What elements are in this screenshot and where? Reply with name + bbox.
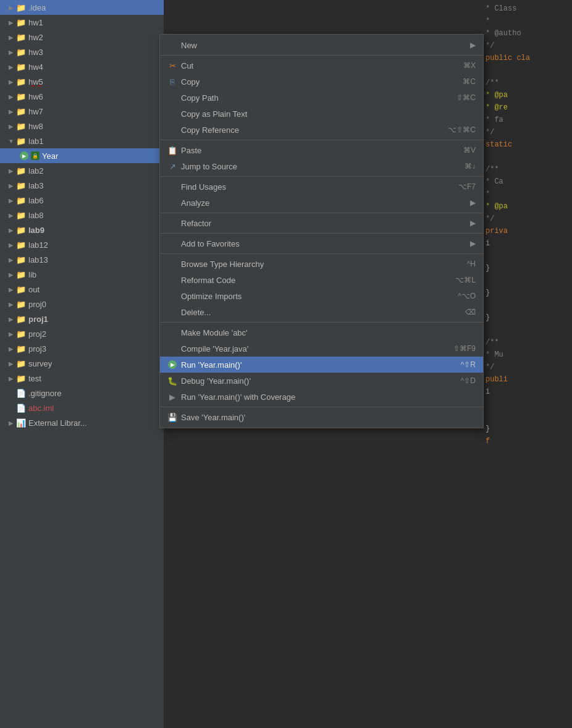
sidebar-item-lab12[interactable]: ▶ 📁 lab12 (0, 237, 164, 252)
menu-item-copy-ref[interactable]: Copy Reference ⌥⇧⌘C (160, 122, 483, 138)
shortcut-label: ^⌥O (458, 292, 476, 300)
sidebar-item-label: test (28, 374, 41, 383)
sidebar-item-lab3[interactable]: ▶ 📁 lab3 (0, 178, 164, 193)
menu-separator (160, 322, 483, 323)
code-line: } (486, 311, 568, 324)
code-line: * @pa (486, 89, 568, 101)
sidebar-item-lib[interactable]: ▶ 📁 lib (0, 267, 164, 282)
sidebar-item-out[interactable]: ▶ 📁 out (0, 282, 164, 297)
sidebar-item-proj3[interactable]: ▶ 📁 proj3 (0, 341, 164, 356)
arrow-icon: ▶ (7, 93, 15, 100)
code-line: f (486, 435, 568, 447)
scissors-icon: ✂ (167, 61, 177, 70)
sidebar-item-year[interactable]: ▶ 🔒 Year (0, 148, 164, 163)
sidebar-item-lab6[interactable]: ▶ 📁 lab6 (0, 193, 164, 208)
sidebar-item-label: hw1 (28, 18, 43, 27)
sidebar-item-external-lib[interactable]: ▶ 📊 External Librar... (0, 415, 164, 430)
sidebar-item-hw4[interactable]: ▶ 📁 hw4 (0, 59, 164, 74)
menu-item-optimize[interactable]: Optimize Imports ^⌥O (160, 288, 483, 304)
sidebar-item-proj0[interactable]: ▶ 📁 proj0 (0, 297, 164, 311)
sidebar-item-hw8[interactable]: ▶ 📁 hw8 (0, 119, 164, 133)
sidebar-item-hw7[interactable]: ▶ 📁 hw7 (0, 104, 164, 119)
blank-icon (167, 125, 177, 135)
menu-item-save[interactable]: 💾 Save 'Year.main()' (160, 409, 483, 425)
shortcut-label: ^⇧R (461, 360, 476, 369)
sidebar-item-lab13[interactable]: ▶ 📁 lab13 (0, 252, 164, 267)
sidebar-item-test[interactable]: ▶ 📁 test (0, 371, 164, 386)
menu-item-refactor[interactable]: Refactor ▶ (160, 215, 483, 231)
menu-item-run-coverage[interactable]: ▶ Run 'Year.main()' with Coverage (160, 389, 483, 405)
menu-item-add-favorites[interactable]: Add to Favorites ▶ (160, 235, 483, 252)
sidebar-item-lab1[interactable]: ▼ 📁 lab1 (0, 133, 164, 148)
sidebar-item-abciml[interactable]: ▶ 📄 abc.iml (0, 400, 164, 415)
menu-item-label: Reformat Code (181, 276, 235, 285)
menu-item-analyze[interactable]: Analyze ▶ (160, 195, 483, 211)
arrow-icon: ▶ (7, 19, 15, 26)
menu-item-jump-source[interactable]: ↗ Jump to Source ⌘↓ (160, 158, 483, 174)
arrow-icon: ▶ (7, 167, 15, 174)
folder-icon: 📁 (16, 330, 26, 338)
code-line: /** (486, 336, 568, 349)
menu-item-label: Save 'Year.main()' (181, 413, 245, 422)
sidebar-item-label: hw5 (28, 77, 43, 87)
menu-item-cut[interactable]: ✂ Cut ⌘X (160, 57, 483, 74)
shortcut-label: ⌘V (463, 146, 476, 154)
sidebar-item-lab2[interactable]: ▶ 📁 lab2 (0, 163, 164, 178)
folder-icon: 📁 (16, 375, 26, 383)
arrow-icon: ▶ (7, 182, 15, 189)
sidebar-item-proj2[interactable]: ▶ 📁 proj2 (0, 326, 164, 341)
code-line: } (486, 423, 568, 435)
menu-separator (160, 213, 483, 213)
sidebar-item-idea[interactable]: ▶ 📁 .idea (0, 0, 164, 15)
code-line: } (486, 262, 568, 274)
sidebar-item-lab8[interactable]: ▶ 📁 lab8 (0, 208, 164, 222)
sidebar-item-label: survey (28, 359, 52, 368)
paste-icon: 📋 (167, 145, 177, 155)
arrow-icon: ▼ (7, 137, 15, 145)
menu-item-copy-plain[interactable]: Copy as Plain Text (160, 106, 483, 122)
sidebar-item-survey[interactable]: ▶ 📁 survey (0, 356, 164, 371)
shortcut-label: ⇧⌘C (456, 93, 476, 102)
folder-icon: 📁 (16, 271, 26, 279)
menu-item-delete[interactable]: Delete... ⌫ (160, 304, 483, 320)
menu-item-new[interactable]: New ▶ (160, 37, 483, 53)
menu-item-find-usages[interactable]: Find Usages ⌥F7 (160, 179, 483, 195)
menu-item-make-module[interactable]: Make Module 'abc' (160, 324, 483, 341)
menu-item-label: Delete... (181, 308, 211, 317)
sidebar-item-label: hw3 (28, 48, 43, 57)
menu-separator (160, 253, 483, 254)
menu-item-label: Add to Favorites (181, 239, 240, 248)
arrow-icon: ▶ (7, 63, 15, 70)
sidebar-item-hw1[interactable]: ▶ 📁 hw1 (0, 15, 164, 30)
sidebar-item-gitignore[interactable]: ▶ 📄 .gitignore (0, 386, 164, 400)
folder-icon: 📁 (16, 315, 26, 323)
menu-item-debug[interactable]: 🐛 Debug 'Year.main()' ^⇧D (160, 373, 483, 389)
menu-item-label: New (181, 41, 197, 50)
menu-item-copy-path[interactable]: Copy Path ⇧⌘C (160, 90, 483, 106)
sidebar-item-hw6[interactable]: ▶ 📁 hw6 (0, 89, 164, 104)
folder-icon: 📁 (16, 256, 26, 264)
shortcut-label: ⌫ (465, 308, 476, 316)
sidebar-item-hw2[interactable]: ▶ 📁 hw2 (0, 30, 164, 44)
menu-item-copy[interactable]: ⎘ Copy ⌘C (160, 74, 483, 90)
folder-icon: 📁 (16, 167, 26, 175)
arrow-icon: ▶ (7, 211, 15, 219)
shortcut-label: ⌥F7 (458, 182, 476, 191)
copy-icon: ⎘ (167, 77, 177, 87)
menu-item-reformat[interactable]: Reformat Code ⌥⌘L (160, 272, 483, 288)
submenu-arrow-icon: ▶ (470, 219, 476, 227)
arrow-icon: ▶ (7, 48, 15, 56)
code-line (486, 250, 568, 262)
code-line: priva (486, 225, 568, 237)
menu-item-compile[interactable]: Compile 'Year.java' ⇧⌘F9 (160, 341, 483, 357)
sidebar-item-hw3[interactable]: ▶ 📁 hw3 (0, 44, 164, 59)
sidebar-item-lab9[interactable]: ▶ 📁 lab9 (0, 222, 164, 237)
menu-item-browse-hierarchy[interactable]: Browse Type Hierarchy ^H (160, 256, 483, 272)
sidebar-item-proj1[interactable]: ▶ 📁 proj1 (0, 311, 164, 326)
code-line (486, 410, 568, 423)
sidebar-item-hw5[interactable]: ▶ 📁 hw5 (0, 74, 164, 89)
menu-item-label: Cut (181, 61, 193, 70)
menu-item-label: Copy Path (181, 93, 219, 103)
menu-item-paste[interactable]: 📋 Paste ⌘V (160, 142, 483, 158)
menu-item-run[interactable]: ▶ Run 'Year.main()' ^⇧R (160, 357, 483, 373)
